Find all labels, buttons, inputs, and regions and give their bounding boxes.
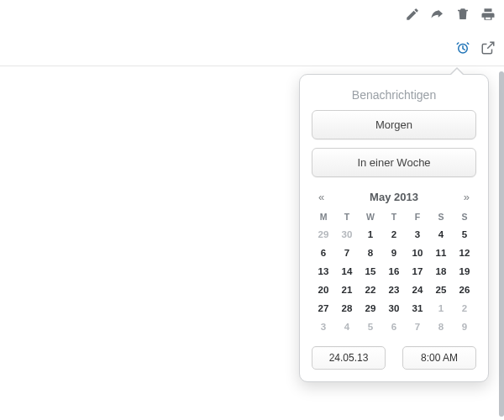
calendar-day[interactable]: 6 [382,318,406,336]
time-field[interactable] [402,346,476,370]
calendar-day[interactable]: 7 [406,318,429,336]
top-toolbar [0,0,504,31]
calendar-day[interactable]: 1 [429,299,453,318]
print-icon[interactable] [480,7,496,22]
calendar-row: 6789101112 [312,244,476,262]
calendar-day[interactable]: 29 [312,225,335,244]
calendar-day[interactable]: 5 [453,225,476,244]
calendar-day[interactable]: 16 [382,262,406,281]
calendar-day[interactable]: 24 [406,281,429,299]
sub-toolbar [0,30,504,66]
calendar-row: 293012345 [312,225,476,244]
calendar: « May 2013 » MTWTFSS 2930123456789101112… [312,187,476,336]
calendar-day[interactable]: 30 [382,299,406,318]
calendar-dow: S [429,208,453,225]
calendar-day[interactable]: 8 [359,244,382,262]
calendar-day[interactable]: 5 [359,318,382,336]
calendar-day[interactable]: 1 [359,225,382,244]
scrollbar[interactable] [499,71,504,417]
calendar-row: 20212223242526 [312,281,476,299]
calendar-dow: T [335,208,359,225]
calendar-day[interactable]: 2 [453,299,476,318]
calendar-dow: F [406,208,429,225]
calendar-month-label: May 2013 [370,191,418,203]
calendar-grid: MTWTFSS 29301234567891011121314151617181… [312,208,476,336]
calendar-day[interactable]: 31 [406,299,429,318]
calendar-day[interactable]: 4 [335,318,359,336]
date-field[interactable] [312,346,386,370]
calendar-dow: T [382,208,406,225]
calendar-day[interactable]: 19 [453,262,476,281]
calendar-day[interactable]: 9 [453,318,476,336]
calendar-dow-row: MTWTFSS [312,208,476,225]
calendar-day[interactable]: 22 [359,281,382,299]
calendar-day[interactable]: 13 [312,262,335,281]
calendar-day[interactable]: 10 [406,244,429,262]
calendar-day[interactable]: 7 [335,244,359,262]
calendar-dow: W [359,208,382,225]
reminder-popover: Benachrichtigen Morgen In einer Woche « … [299,74,489,382]
calendar-day[interactable]: 8 [429,318,453,336]
calendar-day[interactable]: 14 [335,262,359,281]
calendar-day[interactable]: 9 [382,244,406,262]
calendar-day[interactable]: 18 [429,262,453,281]
tomorrow-button[interactable]: Morgen [312,110,476,139]
popover-title: Benachrichtigen [312,88,476,102]
calendar-day[interactable]: 28 [335,299,359,318]
calendar-day[interactable]: 15 [359,262,382,281]
calendar-dow: M [312,208,335,225]
calendar-day[interactable]: 21 [335,281,359,299]
calendar-day[interactable]: 23 [382,281,406,299]
calendar-header: « May 2013 » [312,187,476,207]
calendar-day[interactable]: 12 [453,244,476,262]
calendar-row: 13141516171819 [312,262,476,281]
calendar-day[interactable]: 3 [406,225,429,244]
calendar-day[interactable]: 30 [335,225,359,244]
reminder-fields [312,346,476,370]
calendar-day[interactable]: 20 [312,281,335,299]
calendar-day[interactable]: 27 [312,299,335,318]
next-week-button[interactable]: In einer Woche [312,148,476,177]
sub-toolbar-icons [455,40,496,55]
calendar-day[interactable]: 11 [429,244,453,262]
calendar-day[interactable]: 25 [429,281,453,299]
reminder-icon[interactable] [455,40,470,55]
calendar-day[interactable]: 26 [453,281,476,299]
calendar-prev-button[interactable]: « [315,189,328,205]
calendar-row: 3456789 [312,318,476,336]
calendar-day[interactable]: 2 [382,225,406,244]
calendar-next-button[interactable]: » [460,189,473,205]
edit-icon[interactable] [405,7,420,22]
top-toolbar-icons [405,7,496,22]
calendar-dow: S [453,208,476,225]
calendar-day[interactable]: 4 [429,225,453,244]
calendar-day[interactable]: 17 [406,262,429,281]
calendar-day[interactable]: 29 [359,299,382,318]
calendar-day[interactable]: 3 [312,318,335,336]
calendar-row: 272829303112 [312,299,476,318]
trash-icon[interactable] [455,7,470,22]
open-external-icon[interactable] [480,40,496,55]
calendar-day[interactable]: 6 [312,244,335,262]
share-icon[interactable] [430,7,445,22]
